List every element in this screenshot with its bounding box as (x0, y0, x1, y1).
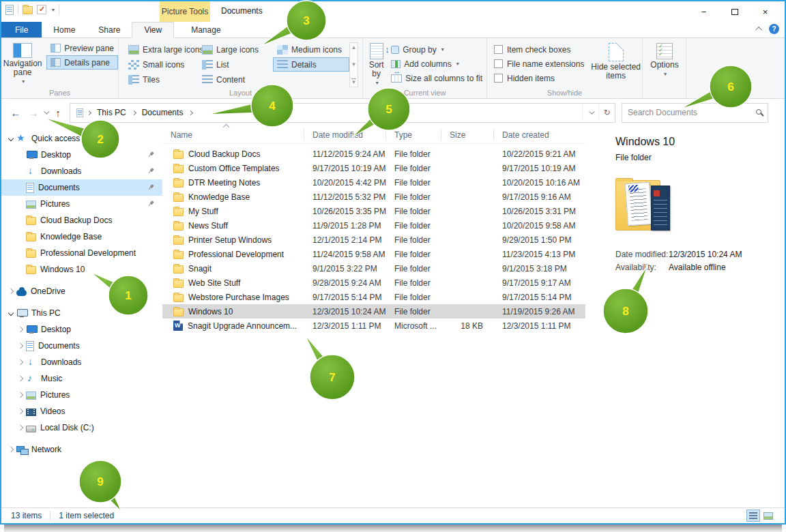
more-layouts-icon[interactable]: ▼ (351, 78, 357, 85)
preview-pane-button[interactable]: Preview pane (46, 41, 118, 55)
sidebar-item-videos[interactable]: Videos (1, 403, 162, 419)
scroll-up-icon[interactable]: ▲ (351, 44, 357, 50)
breadcrumb-this-pc[interactable]: This PC (94, 108, 129, 117)
chevron-expanded-icon[interactable] (5, 136, 16, 141)
chevron-collapsed-icon[interactable] (15, 327, 26, 331)
chevron-collapsed-icon[interactable] (15, 409, 26, 413)
minimize-button[interactable]: − (688, 1, 719, 22)
chevron-collapsed-icon[interactable] (15, 344, 26, 348)
tab-file[interactable]: File (1, 22, 42, 38)
layout-option-small-icons[interactable]: Small icons (124, 57, 198, 72)
size-all-columns-button[interactable]: Size all columns to fit (387, 71, 486, 85)
file-row-web-site-stuff[interactable]: Web Site Stuff9/28/2015 9:24 AMFile fold… (162, 276, 585, 290)
layout-option-large-icons[interactable]: Large icons (198, 42, 273, 57)
qat-customize-icon[interactable]: ▾ (52, 7, 55, 13)
chevron-collapsed-icon[interactable] (15, 360, 26, 364)
layout-option-tiles[interactable]: Tiles (124, 72, 198, 87)
layout-option-list[interactable]: List (198, 57, 273, 72)
column-header-date-created[interactable]: Date created (494, 129, 583, 141)
navigation-pane-button[interactable]: Navigation pane ▾ (1, 41, 44, 86)
file-row-custom-office-templates[interactable]: Custom Office Templates9/17/2015 10:19 A… (162, 161, 585, 175)
checkbox-icon[interactable] (494, 74, 503, 83)
recent-locations-icon[interactable] (44, 108, 49, 114)
column-header-date-modified[interactable]: Date modified (304, 129, 386, 141)
file-row-snagit-upgrade-announcem-[interactable]: Snagit Upgrade Announcem...12/3/2015 1:1… (162, 319, 585, 333)
sidebar-item-documents[interactable]: Documents (1, 338, 162, 354)
item-check-boxes-checkbox[interactable]: Item check boxes (494, 42, 584, 57)
file-name-extensions-checkbox[interactable]: File name extensions (494, 57, 584, 71)
group-by-button[interactable]: Group by ▾ (387, 42, 486, 57)
search-box[interactable] (622, 103, 768, 123)
tab-manage[interactable]: Manage (179, 22, 232, 38)
search-icon[interactable] (756, 109, 761, 115)
hidden-items-checkbox[interactable]: Hidden items (494, 71, 584, 85)
sidebar-item-pictures[interactable]: Pictures (1, 387, 162, 403)
qat-new-folder-icon[interactable] (23, 6, 33, 14)
file-row-webstore-purchase-images[interactable]: Webstore Purchase Images9/17/2015 5:14 P… (162, 290, 585, 304)
qat-properties-icon[interactable] (37, 5, 46, 14)
column-header-type[interactable]: Type (386, 129, 441, 141)
chevron-collapsed-icon[interactable] (15, 393, 26, 397)
forward-button[interactable]: → (26, 107, 41, 119)
address-bar[interactable]: This PC Documents ↻ (70, 103, 615, 123)
file-row-dtr-meeting-notes[interactable]: DTR Meeting Notes10/20/2015 4:42 PMFile … (162, 175, 585, 190)
chevron-collapsed-icon[interactable] (5, 289, 16, 293)
sidebar-item-documents[interactable]: Documents (1, 179, 162, 196)
checkbox-icon[interactable] (494, 45, 503, 54)
tab-share[interactable]: Share (87, 22, 132, 38)
tab-home[interactable]: Home (42, 22, 87, 38)
file-row-professional-development[interactable]: Professional Development11/24/2015 9:58 … (162, 247, 585, 261)
sidebar-section-this-pc[interactable]: This PC (1, 305, 162, 321)
chevron-expanded-icon[interactable] (5, 311, 16, 315)
file-row-cloud-backup-docs[interactable]: Cloud Backup Docs11/12/2015 9:24 AMFile … (162, 147, 585, 161)
file-row-snagit[interactable]: Snagit9/1/2015 3:22 PMFile folder9/1/201… (162, 261, 585, 276)
breadcrumb-documents[interactable]: Documents (139, 108, 186, 117)
sidebar-item-cloud-backup-docs[interactable]: Cloud Backup Docs (1, 212, 162, 228)
layout-option-details[interactable]: Details (273, 57, 349, 72)
file-row-my-stuff[interactable]: My Stuff10/26/2015 3:35 PMFile folder10/… (162, 204, 585, 218)
layout-option-medium-icons[interactable]: Medium icons (273, 42, 349, 57)
sidebar-item-downloads[interactable]: Downloads (1, 354, 162, 370)
column-header-size[interactable]: Size (441, 129, 494, 141)
chevron-collapsed-icon[interactable] (15, 426, 26, 430)
refresh-icon[interactable]: ↻ (598, 104, 615, 122)
sidebar-section-quick-access[interactable]: Quick access (1, 130, 162, 147)
layout-scrollbar[interactable]: ▲ ▼ ▼ (349, 42, 358, 87)
file-row-printer-setup-windows[interactable]: Printer Setup Windows12/1/2015 2:14 PMFi… (162, 233, 585, 247)
options-button[interactable]: Options ▾ (645, 41, 684, 78)
sidebar-item-knowledge-base[interactable]: Knowledge Base (1, 228, 162, 245)
file-row-news-stuff[interactable]: News Stuff11/9/2015 1:28 PMFile folder10… (162, 218, 585, 233)
sidebar-item-music[interactable]: Music (1, 370, 162, 387)
sidebar-item-downloads[interactable]: Downloads (1, 163, 162, 179)
sidebar-item-windows-10[interactable]: Windows 10 (1, 261, 162, 278)
sidebar-section-network[interactable]: Network (1, 441, 162, 458)
sidebar-item-professional-development[interactable]: Professional Development (1, 245, 162, 261)
scroll-down-icon[interactable]: ▼ (351, 61, 357, 68)
maximize-button[interactable] (719, 1, 750, 22)
column-header-name[interactable]: Name (162, 129, 304, 141)
address-dropdown-icon[interactable] (582, 104, 598, 122)
checkbox-icon[interactable] (494, 59, 503, 68)
collapse-ribbon-icon[interactable] (755, 27, 762, 33)
add-columns-button[interactable]: Add columns ▾ (387, 57, 486, 71)
help-icon[interactable]: ? (769, 24, 779, 34)
up-button[interactable]: ↑ (50, 107, 66, 119)
file-row-knowledge-base[interactable]: Knowledge Base11/12/2015 5:32 PMFile fol… (162, 190, 585, 204)
sidebar-item-pictures[interactable]: Pictures (1, 196, 162, 212)
chevron-collapsed-icon[interactable] (5, 447, 16, 452)
layout-option-extra-large-icons[interactable]: Extra large icons (124, 42, 198, 57)
chevron-collapsed-icon[interactable] (15, 376, 26, 381)
details-view-toggle[interactable] (746, 509, 760, 522)
back-button[interactable]: ← (8, 107, 23, 119)
tab-view[interactable]: View (132, 22, 174, 38)
file-row-windows-10[interactable]: Windows 1012/3/2015 10:24 AMFile folder1… (162, 304, 585, 319)
sidebar-item-desktop[interactable]: Desktop (1, 321, 162, 338)
details-pane-button[interactable]: Details pane (46, 55, 118, 70)
close-button[interactable]: × (750, 1, 781, 22)
sidebar-item-desktop[interactable]: Desktop (1, 147, 162, 163)
layout-option-content[interactable]: Content (198, 72, 273, 87)
thumbnail-view-toggle[interactable] (761, 509, 775, 522)
sidebar-item-local-disk-c-[interactable]: Local Disk (C:) (1, 419, 162, 436)
sidebar-section-onedrive[interactable]: OneDrive (1, 283, 162, 299)
search-input[interactable] (622, 108, 745, 117)
